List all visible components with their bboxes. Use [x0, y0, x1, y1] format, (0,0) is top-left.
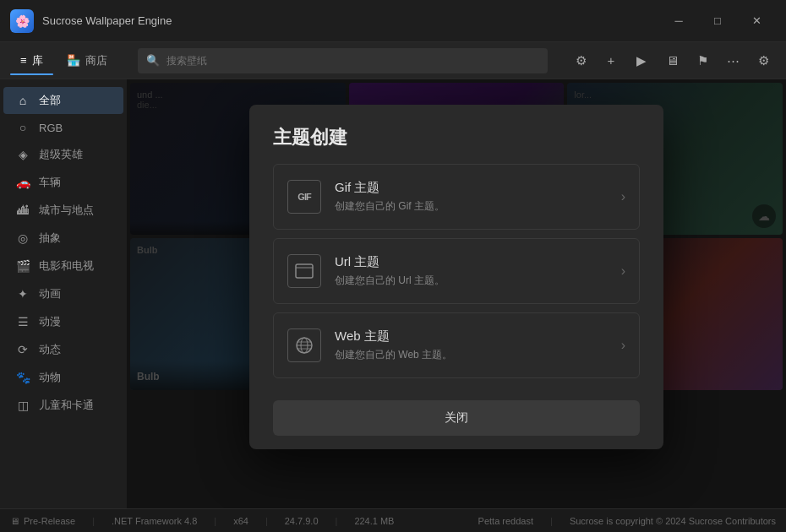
url-theme-desc: 创建您自己的 Url 主题。: [335, 274, 621, 288]
tab-store-label: 商店: [85, 53, 107, 68]
gif-theme-name: Gif 主题: [335, 180, 621, 196]
store-icon: 🏪: [67, 54, 80, 67]
animation-icon: ✦: [15, 287, 30, 301]
sidebar: ⌂ 全部 ○ RGB ◈ 超级英雄 🚗 车辆 🏙 城市与地点 ◎ 抽象 🎬 电影…: [0, 79, 127, 508]
sidebar-item-dynamic[interactable]: ⟳ 动态: [3, 336, 123, 363]
sidebar-item-abstract[interactable]: ◎ 抽象: [3, 225, 123, 252]
more-icon[interactable]: ⋯: [720, 48, 745, 73]
modal-footer: 关闭: [249, 387, 663, 449]
status-dotnet: .NET Framework 4.8: [112, 516, 197, 526]
theme-item-url[interactable]: Url 主题 创建您自己的 Url 主题。 ›: [273, 238, 640, 304]
url-theme-info: Url 主题 创建您自己的 Url 主题。: [335, 254, 621, 288]
status-version: 24.7.9.0: [285, 516, 319, 526]
vehicle-icon: 🚗: [15, 176, 30, 189]
web-theme-desc: 创建您自己的 Web 主题。: [335, 348, 621, 362]
status-prerelease: 🖥 Pre-Release: [10, 516, 75, 526]
all-icon: ⌂: [15, 94, 30, 107]
anime-icon: ☰: [15, 315, 30, 328]
tab-library[interactable]: ≡ 库: [10, 48, 53, 73]
window-controls: ─ □ ✕: [659, 8, 776, 35]
dynamic-icon: ⟳: [15, 343, 30, 356]
sidebar-item-rgb[interactable]: ○ RGB: [3, 115, 123, 140]
sidebar-label-rgb: RGB: [39, 122, 63, 134]
sidebar-label-dynamic: 动态: [39, 342, 61, 357]
logo-icon: 🌸: [15, 14, 30, 28]
status-user: Petta reddast: [478, 516, 533, 526]
gear-icon[interactable]: ⚙: [751, 48, 776, 73]
sidebar-item-anime[interactable]: ☰ 动漫: [3, 308, 123, 335]
theme-item-web[interactable]: Web 主题 创建您自己的 Web 主题。 ›: [273, 312, 640, 378]
web-theme-info: Web 主题 创建您自己的 Web 主题。: [335, 328, 621, 362]
city-icon: 🏙: [15, 204, 30, 217]
sidebar-label-vehicle: 车辆: [39, 175, 61, 190]
gif-theme-info: Gif 主题 创建您自己的 Gif 主题。: [335, 180, 621, 214]
sidebar-item-movie[interactable]: 🎬 电影和电视: [3, 252, 123, 280]
movie-icon: 🎬: [15, 259, 30, 273]
modal-body: GIF Gif 主题 创建您自己的 Gif 主题。 ›: [249, 164, 663, 387]
sidebar-label-movie: 电影和电视: [39, 258, 94, 274]
sidebar-item-vehicle[interactable]: 🚗 车辆: [3, 169, 123, 196]
app-title: Sucrose Wallpaper Engine: [42, 14, 659, 27]
theme-item-gif[interactable]: GIF Gif 主题 创建您自己的 Gif 主题。 ›: [273, 164, 640, 230]
sidebar-label-animal: 动物: [39, 370, 61, 385]
search-icon: 🔍: [146, 54, 160, 67]
rgb-icon: ○: [15, 121, 30, 134]
close-button[interactable]: 关闭: [273, 400, 640, 436]
minimize-button[interactable]: ─: [659, 8, 698, 35]
close-button[interactable]: ✕: [737, 8, 776, 35]
titlebar: 🌸 Sucrose Wallpaper Engine ─ □ ✕: [0, 0, 786, 42]
content-area: 🔴 und ... die... ☁ lor... Bulb Bulb ROG …: [127, 79, 786, 508]
sidebar-item-city[interactable]: 🏙 城市与地点: [3, 197, 123, 224]
library-icon: ≡: [20, 54, 27, 67]
modal-title: 主题创建: [273, 125, 640, 150]
url-theme-name: Url 主题: [335, 254, 621, 270]
sidebar-item-all[interactable]: ⌂ 全部: [3, 87, 123, 114]
gif-icon: GIF: [287, 180, 321, 214]
sidebar-label-superhero: 超级英雄: [39, 147, 83, 162]
main-layout: ⌂ 全部 ○ RGB ◈ 超级英雄 🚗 车辆 🏙 城市与地点 ◎ 抽象 🎬 电影…: [0, 79, 786, 508]
sidebar-label-anime: 动漫: [39, 314, 61, 329]
search-input[interactable]: [166, 55, 539, 67]
app-logo: 🌸: [10, 9, 34, 33]
sidebar-label-all: 全部: [39, 93, 61, 108]
prerelease-label: Pre-Release: [24, 516, 75, 526]
url-icon: [287, 254, 321, 288]
toolbar-action-icons: ⚙ + ▶ 🖥 ⚑ ⋯ ⚙: [568, 48, 776, 73]
flag-icon[interactable]: ⚑: [690, 48, 715, 73]
monitor-small-icon: 🖥: [10, 516, 19, 526]
play-icon[interactable]: ▶: [629, 48, 654, 73]
modal-header: 主题创建: [249, 105, 663, 164]
sidebar-item-cartoon[interactable]: ◫ 儿童和卡通: [3, 392, 123, 419]
superhero-icon: ◈: [15, 148, 30, 161]
statusbar: 🖥 Pre-Release | .NET Framework 4.8 | x64…: [0, 508, 786, 532]
web-icon: [287, 328, 321, 362]
add-icon[interactable]: +: [598, 48, 624, 73]
sidebar-item-superhero[interactable]: ◈ 超级英雄: [3, 141, 123, 168]
animal-icon: 🐾: [15, 371, 30, 384]
monitor-icon[interactable]: 🖥: [659, 48, 685, 73]
gif-arrow-icon: ›: [621, 189, 625, 204]
abstract-icon: ◎: [15, 231, 30, 245]
maximize-button[interactable]: □: [698, 8, 737, 35]
sidebar-label-abstract: 抽象: [39, 231, 61, 246]
cartoon-icon: ◫: [15, 399, 30, 412]
sidebar-label-city: 城市与地点: [39, 203, 94, 218]
status-copyright: Sucrose is copyright © 2024 Sucrose Cont…: [570, 516, 776, 526]
search-bar[interactable]: 🔍: [138, 48, 548, 73]
sidebar-label-cartoon: 儿童和卡通: [39, 398, 94, 413]
sidebar-item-animal[interactable]: 🐾 动物: [3, 364, 123, 391]
gif-theme-desc: 创建您自己的 Gif 主题。: [335, 199, 621, 214]
sidebar-item-animation[interactable]: ✦ 动画: [3, 280, 123, 307]
web-arrow-icon: ›: [621, 338, 625, 353]
sidebar-label-animation: 动画: [39, 286, 61, 301]
status-arch: x64: [233, 516, 248, 526]
tab-library-label: 库: [32, 53, 43, 68]
url-arrow-icon: ›: [621, 263, 625, 279]
status-memory: 224.1 MB: [354, 516, 394, 526]
tab-store[interactable]: 🏪 商店: [57, 48, 117, 73]
svg-rect-0: [296, 264, 313, 278]
web-theme-name: Web 主题: [335, 328, 621, 345]
tab-active-indicator: [10, 73, 53, 75]
settings-icon[interactable]: ⚙: [568, 48, 593, 73]
theme-creation-modal: 主题创建 GIF Gif 主题 创建您自己的 Gif 主题。 ›: [249, 105, 663, 449]
